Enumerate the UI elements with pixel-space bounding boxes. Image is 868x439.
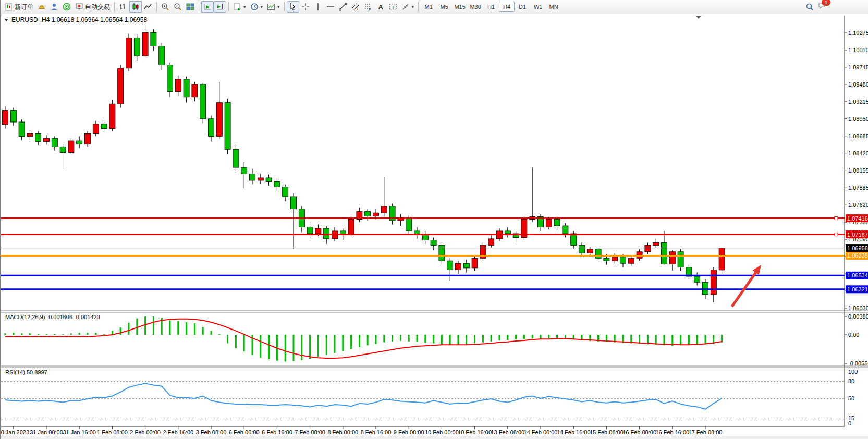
candle-body	[604, 258, 609, 261]
candle-body	[554, 219, 560, 226]
candle-body	[250, 174, 255, 180]
zoom-in-button[interactable]	[159, 1, 172, 13]
svg-text:16 Feb 16:00: 16 Feb 16:00	[655, 429, 689, 435]
vline-button[interactable]	[312, 1, 324, 13]
cursor-button[interactable]	[287, 1, 299, 13]
svg-text:A: A	[378, 3, 383, 11]
macd-bar	[243, 335, 245, 351]
svg-text:80: 80	[848, 378, 854, 384]
timeframe-button-h4[interactable]: H4	[499, 2, 515, 12]
auto-scroll-button[interactable]	[201, 1, 214, 13]
chart-canvas[interactable]: 1.102751.100101.097451.094801.092151.089…	[1, 14, 868, 439]
new-order-button-label: 新订单	[15, 3, 33, 11]
candle-body	[35, 133, 41, 141]
candle-chart-button[interactable]	[129, 1, 142, 13]
zoom-out-button[interactable]	[172, 1, 184, 13]
macd-bar	[120, 327, 121, 335]
text-icon: A	[376, 3, 385, 11]
chart-shift-button[interactable]	[214, 1, 226, 13]
trendline-button[interactable]	[337, 1, 349, 13]
ingot-button[interactable]	[35, 1, 48, 13]
new-chart-button[interactable]: ▾	[231, 1, 248, 13]
macd-bar	[227, 335, 228, 344]
search-icon[interactable]	[805, 3, 814, 11]
community-button[interactable]	[48, 1, 60, 13]
line-chart-button[interactable]	[142, 1, 154, 13]
label-button[interactable]: T	[387, 1, 399, 13]
candle-body	[315, 228, 321, 234]
candle-body	[52, 138, 57, 147]
svg-text:1.08155: 1.08155	[848, 167, 868, 174]
timeframe-button-w1[interactable]: W1	[530, 2, 546, 12]
svg-text:1.09215: 1.09215	[848, 99, 868, 105]
macd-bar	[458, 335, 459, 345]
candle-body	[711, 270, 716, 295]
chevron-down-icon[interactable]: ▾	[243, 4, 246, 9]
fibo-button[interactable]: F	[362, 1, 374, 13]
crosshair-button[interactable]	[299, 1, 312, 13]
svg-text:30 Jan 2023: 30 Jan 2023	[1, 429, 29, 435]
candle-body	[719, 248, 725, 270]
macd-bar	[79, 333, 80, 335]
macd-bar	[491, 335, 492, 342]
template-button[interactable]: ▾	[265, 1, 282, 13]
arrows-button[interactable]: ▾	[399, 1, 417, 13]
timeframe-button-m15[interactable]: M15	[452, 2, 468, 12]
candle-body	[291, 197, 297, 209]
macd-bar	[144, 316, 146, 335]
timeframe-button-d1[interactable]: D1	[515, 2, 530, 12]
autotrade-button[interactable]: 自动交易	[73, 1, 112, 13]
arrows-icon	[401, 3, 410, 11]
hline-button[interactable]	[324, 1, 337, 13]
chat-button[interactable]: 1	[818, 2, 826, 12]
timeframe-button-m30[interactable]: M30	[468, 2, 483, 12]
text-button[interactable]: A	[374, 1, 387, 13]
macd-bar	[218, 334, 220, 335]
svg-text:31 Jan 00:00: 31 Jan 00:00	[30, 429, 63, 435]
candle-body	[274, 181, 280, 187]
period-button[interactable]: ▾	[248, 1, 265, 13]
svg-text:9 Feb 08:00: 9 Feb 08:00	[394, 429, 424, 435]
chevron-down-icon[interactable]: ▾	[261, 4, 263, 9]
signals-button[interactable]	[60, 1, 73, 13]
timeframe-button-h1[interactable]: H1	[483, 2, 499, 12]
timeframe-button-m1[interactable]: M1	[421, 2, 436, 12]
candle-body	[422, 235, 428, 240]
timeframe-button-mn[interactable]: MN	[546, 2, 561, 12]
macd-bar	[317, 335, 319, 357]
candle-body	[44, 138, 50, 141]
macd-bar	[260, 335, 261, 358]
chevron-down-icon[interactable]: ▾	[412, 4, 414, 9]
candle-body	[93, 124, 99, 134]
macd-bar	[177, 321, 179, 335]
svg-text:10 Feb 00:00: 10 Feb 00:00	[425, 429, 459, 435]
line-handle[interactable]	[835, 233, 838, 236]
chart-plot-area[interactable]	[1, 14, 868, 439]
macd-bar	[383, 335, 385, 343]
macd-bar	[202, 327, 204, 335]
bars-chart-icon	[119, 3, 127, 11]
macd-bar	[424, 335, 426, 343]
candles-chart-icon	[131, 3, 140, 11]
new-chart-icon	[233, 3, 241, 11]
new-order-button[interactable]: 新订单	[3, 1, 35, 13]
macd-bar	[449, 335, 451, 345]
chevron-down-icon[interactable]: ▾	[277, 4, 280, 9]
candle-body	[571, 234, 577, 245]
symbol-period-label: EURUSD-,H4 1.06618 1.06964 1.06564 1.069…	[11, 16, 148, 23]
bar-chart-button[interactable]	[117, 1, 129, 13]
candle-body	[101, 124, 107, 129]
timeframe-button-m5[interactable]: M5	[436, 2, 452, 12]
macd-bar	[153, 316, 154, 335]
candle-body	[324, 228, 329, 239]
candle-body	[348, 219, 354, 235]
chart-shift-icon	[216, 3, 224, 11]
candle-body	[225, 103, 230, 150]
channel-button[interactable]: E	[349, 1, 362, 13]
svg-text:2 Feb 00:00: 2 Feb 00:00	[130, 429, 161, 435]
macd-bar	[21, 333, 22, 335]
line-handle[interactable]	[835, 217, 838, 220]
rsi-label: RSI(14) 50.8997	[5, 369, 47, 375]
tile-windows-button[interactable]	[184, 1, 197, 13]
macd-bar	[95, 333, 96, 335]
